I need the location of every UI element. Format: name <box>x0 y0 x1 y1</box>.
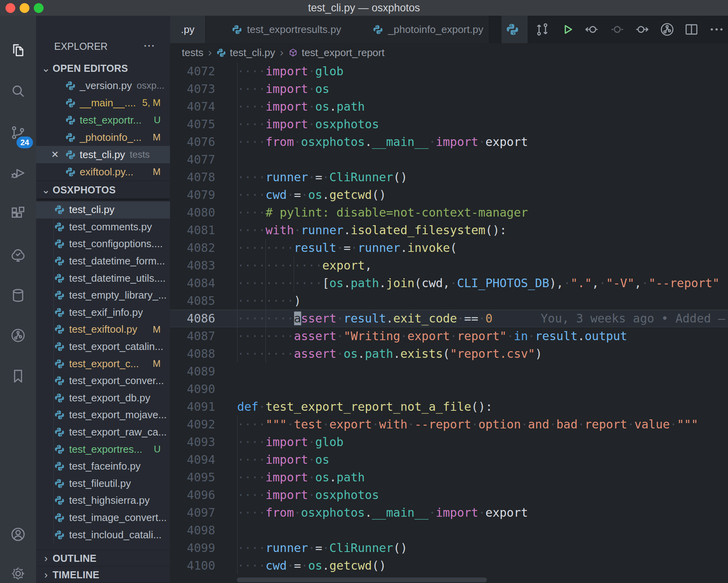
file-tree-item[interactable]: test_export_raw_ca... <box>36 424 170 441</box>
open-editor-item[interactable]: ✕ __main__.... 5, M <box>36 94 170 111</box>
file-tree-item[interactable]: test_export_conver... <box>36 372 170 390</box>
breadcrumb-symbol[interactable]: test_export_report <box>302 47 384 59</box>
python-file-icon <box>65 115 76 126</box>
horizontal-scrollbar[interactable] <box>237 578 487 582</box>
close-icon[interactable]: ✕ <box>51 149 61 160</box>
code-line: 4100 ····cwd·=·os.getcwd() <box>170 557 728 574</box>
file-tree-item[interactable]: test_comments.py <box>36 219 170 236</box>
tab-test-cli[interactable]: .py <box>170 16 206 43</box>
code-line: 4074 ····import·os.path <box>170 98 728 115</box>
explorer-icon[interactable] <box>9 42 27 59</box>
python-file-icon <box>54 478 65 489</box>
git-blame-annotation: You, 3 weeks ago • Added — <box>541 312 725 325</box>
folder-section-header[interactable]: ⌄ OSXPHOTOS <box>36 181 170 199</box>
file-tree-item[interactable]: test_faceinfo.py <box>36 458 170 475</box>
line-number: 4076 <box>170 133 215 151</box>
python-file-icon <box>65 132 76 143</box>
file-tree-item[interactable]: test_export_catalin... <box>36 338 170 355</box>
python-file-icon <box>54 307 65 318</box>
file-tree-item[interactable]: test_export_db.py <box>36 390 170 407</box>
open-editor-item[interactable]: ✕ test_cli.py tests <box>36 146 170 163</box>
file-tree-item[interactable]: test_cli.py <box>36 201 170 219</box>
open-editor-item[interactable]: ✕ _version.py osxp... <box>36 77 170 94</box>
more-actions-icon[interactable] <box>708 21 725 38</box>
window-title: test_cli.py — osxphotos <box>0 0 728 16</box>
code-line: 4091 def·test_export_report_not_a_file()… <box>170 398 728 415</box>
file-tree-item[interactable]: test_exportres... U <box>36 441 170 458</box>
code-line: 4083 ············export, <box>170 257 728 274</box>
python-file-icon <box>373 24 383 35</box>
line-number: 4085 <box>170 292 215 310</box>
tab-python-interactive[interactable] <box>501 16 528 43</box>
code-line: 4073 ····import·os <box>170 80 728 98</box>
timeline-section-header[interactable]: › TIMELINE <box>36 566 170 583</box>
python-file-icon <box>54 324 65 335</box>
file-tree-item[interactable]: test_empty_library_... <box>36 287 170 304</box>
file-tree-item[interactable]: test_image_convert... <box>36 509 170 527</box>
line-number: 4094 <box>170 451 215 468</box>
chevron-down-icon: ⌄ <box>41 62 51 75</box>
breadcrumb-tests[interactable]: tests <box>182 47 203 59</box>
code-line: 4082 ········result·=·runner.invoke( <box>170 239 728 257</box>
file-tree-item[interactable]: test_highsierra.py <box>36 492 170 509</box>
database-icon[interactable] <box>9 287 27 304</box>
prev-change-icon[interactable] <box>583 21 600 38</box>
code-line: 4089 <box>170 363 728 380</box>
git-status-badge: M <box>153 166 161 177</box>
open-editors-header[interactable]: ⌄ OPEN EDITORS <box>36 60 170 77</box>
file-tree-item[interactable]: test_export_c... M <box>36 355 170 372</box>
file-tree-item[interactable]: test_exiftool.py M <box>36 321 170 338</box>
line-number: 4087 <box>170 327 215 345</box>
testing-icon[interactable] <box>9 246 27 263</box>
split-editor-icon[interactable] <box>683 21 700 38</box>
next-change-icon[interactable] <box>634 21 650 38</box>
line-number: 4082 <box>170 239 215 257</box>
gitlens-graph-icon[interactable] <box>659 21 675 38</box>
python-file-icon <box>54 359 65 369</box>
file-tree-item[interactable]: test_incloud_catali... <box>36 526 170 543</box>
line-number: 4084 <box>170 274 215 292</box>
tab-test-exportresults[interactable]: test_exportresults.py <box>206 16 368 43</box>
file-tree-item[interactable]: test_configoptions.... <box>36 235 170 253</box>
run-debug-icon[interactable] <box>9 164 27 182</box>
code-line: 4098 <box>170 521 728 539</box>
current-change-icon[interactable] <box>609 21 626 38</box>
activity-bar: 24 <box>0 16 36 583</box>
gitlens-icon[interactable] <box>9 327 27 344</box>
run-file-icon[interactable] <box>559 21 576 38</box>
line-number: 4096 <box>170 486 215 504</box>
file-tree-item[interactable]: test_fileutil.py <box>36 475 170 492</box>
git-status-badge: U <box>154 115 161 126</box>
code-line: 4095 ····import·os.path <box>170 468 728 486</box>
code-line: 4099 ····runner·=·CliRunner() <box>170 539 728 557</box>
open-changes-icon[interactable] <box>534 21 551 38</box>
outline-section-header[interactable]: › OUTLINE <box>36 550 170 567</box>
python-file-icon <box>54 256 65 266</box>
account-icon[interactable] <box>9 526 27 543</box>
file-tree-item[interactable]: test_export_mojave... <box>36 406 170 424</box>
file-tree: test_cli.py test_comments.py test_config… <box>36 201 170 544</box>
tab-photoinfo-export[interactable]: _photoinfo_export.py <box>367 16 489 43</box>
open-editor-item[interactable]: ✕ _photoinfo_... M <box>36 129 170 146</box>
file-tree-item[interactable]: test_datetime_form... <box>36 253 170 270</box>
line-number: 4078 <box>170 168 215 186</box>
explorer-sidebar: EXPLORER ⋯ ⌄ OPEN EDITORS ✕ _version.py … <box>36 16 170 583</box>
open-editor-item[interactable]: ✕ exiftool.py... M <box>36 163 170 180</box>
python-icon <box>506 23 519 36</box>
bookmarks-icon[interactable] <box>9 368 27 385</box>
git-status-badge: M <box>153 358 161 369</box>
file-tree-item[interactable]: test_exif_info.py <box>36 304 170 321</box>
chevron-right-icon: › <box>280 46 284 59</box>
open-editor-item[interactable]: ✕ test_exportr... U <box>36 111 170 129</box>
file-tree-item[interactable]: test_datetime_utils.... <box>36 270 170 287</box>
python-file-icon <box>54 204 65 215</box>
editor-code-area[interactable]: 4072 ····import·glob 4073 ····import·os … <box>170 62 728 583</box>
breadcrumb-file[interactable]: test_cli.py <box>230 47 275 59</box>
code-line: 4081 ····with·runner.isolated_filesystem… <box>170 221 728 239</box>
extensions-icon[interactable] <box>9 205 27 222</box>
python-file-icon <box>216 48 226 58</box>
search-icon[interactable] <box>9 82 27 100</box>
settings-gear-icon[interactable] <box>9 565 27 582</box>
sidebar-more-actions-icon[interactable]: ⋯ <box>143 35 155 56</box>
git-status-badge: 5, M <box>142 97 161 108</box>
